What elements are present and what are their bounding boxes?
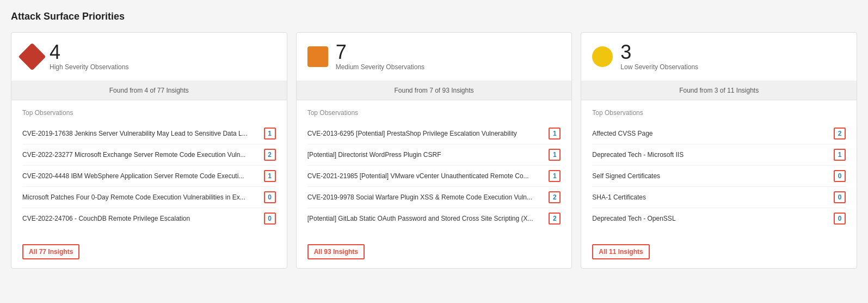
low-top-observations-label: Top Observations [592,109,846,117]
low-count: 3 [620,43,698,62]
observation-badge: 0 [834,170,846,182]
list-item[interactable]: CVE-2022-24706 - CouchDB Remote Privileg… [22,208,276,229]
cards-container: 4High Severity ObservationsFound from 4 … [11,32,857,269]
medium-found-bar: Found from 7 of 93 Insights [297,81,572,100]
high-count: 4 [50,43,128,62]
medium-count: 7 [336,43,424,62]
observation-text: Deprecated Tech - Microsoft IIS [592,151,829,159]
low-severity-label: Low Severity Observations [620,63,698,71]
low-insights-link[interactable]: All 11 Insights [592,244,649,259]
medium-observation-list: CVE-2013-6295 [Potential] PrestaShop Pri… [307,123,561,229]
observation-badge: 2 [264,149,276,161]
observation-badge: 1 [834,149,846,161]
list-item[interactable]: Affected CVSS Page2 [592,123,846,144]
observation-badge: 1 [549,149,561,161]
medium-top-observations-label: Top Observations [307,109,561,117]
observation-text: CVE-2022-24706 - CouchDB Remote Privileg… [22,215,260,222]
card-high: 4High Severity ObservationsFound from 4 … [11,32,287,269]
observation-badge: 2 [549,191,561,203]
observation-badge: 0 [834,191,846,203]
card-header-medium: 7Medium Severity Observations [297,33,572,81]
observation-badge: 2 [834,128,846,140]
observation-text: CVE-2019-17638 Jenkins Server Vulnerabil… [22,130,260,137]
observation-text: [Potential] Directorist WordPress Plugin… [307,151,545,159]
low-found-bar: Found from 3 of 11 Insights [581,81,857,100]
observation-text: [Potential] GitLab Static OAuth Password… [307,215,545,222]
list-item[interactable]: Self Signed Certificates0 [592,166,846,187]
high-top-observations-label: Top Observations [22,109,276,117]
list-item[interactable]: CVE-2022-23277 Microsoft Exchange Server… [22,144,276,166]
list-item[interactable]: CVE-2021-21985 [Potential] VMware vCente… [307,166,561,187]
observation-badge: 0 [834,213,846,225]
observation-text: SHA-1 Certificates [592,193,829,201]
observation-badge: 0 [264,213,276,225]
high-found-bar: Found from 4 of 77 Insights [11,81,287,100]
list-item[interactable]: Deprecated Tech - Microsoft IIS1 [592,144,846,166]
card-header-low: 3Low Severity Observations [581,33,857,81]
observation-text: Deprecated Tech - OpenSSL [592,215,829,222]
observation-badge: 1 [549,128,561,140]
observation-badge: 0 [264,191,276,203]
medium-severity-icon [307,46,328,67]
card-low: 3Low Severity ObservationsFound from 3 o… [581,32,857,269]
observation-text: CVE-2020-4448 IBM WebSphere Application … [22,172,260,180]
high-severity-label: High Severity Observations [50,63,128,71]
low-observation-list: Affected CVSS Page2Deprecated Tech - Mic… [592,123,846,229]
medium-insights-link[interactable]: All 93 Insights [307,244,365,259]
high-observation-list: CVE-2019-17638 Jenkins Server Vulnerabil… [22,123,276,229]
low-severity-icon [592,46,613,67]
medium-severity-label: Medium Severity Observations [336,63,424,71]
list-item[interactable]: CVE-2013-6295 [Potential] PrestaShop Pri… [307,123,561,144]
page-title: Attack Surface Priorities [11,11,857,22]
list-item[interactable]: CVE-2019-17638 Jenkins Server Vulnerabil… [22,123,276,144]
observation-text: CVE-2022-23277 Microsoft Exchange Server… [22,151,260,159]
observation-text: CVE-2021-21985 [Potential] VMware vCente… [307,172,545,180]
observation-badge: 1 [549,170,561,182]
observation-text: Self Signed Certificates [592,172,829,180]
observation-badge: 1 [264,128,276,140]
list-item[interactable]: CVE-2019-9978 Social Warfare Plugin XSS … [307,187,561,208]
list-item[interactable]: [Potential] Directorist WordPress Plugin… [307,144,561,166]
list-item[interactable]: CVE-2020-4448 IBM WebSphere Application … [22,166,276,187]
list-item[interactable]: Deprecated Tech - OpenSSL0 [592,208,846,229]
observation-text: Affected CVSS Page [592,130,829,137]
observation-badge: 2 [549,213,561,225]
observation-badge: 1 [264,170,276,182]
list-item[interactable]: Microsoft Patches Four 0-Day Remote Code… [22,187,276,208]
card-header-high: 4High Severity Observations [11,33,287,81]
observation-text: Microsoft Patches Four 0-Day Remote Code… [22,193,260,201]
list-item[interactable]: SHA-1 Certificates0 [592,187,846,208]
list-item[interactable]: [Potential] GitLab Static OAuth Password… [307,208,561,229]
observation-text: CVE-2013-6295 [Potential] PrestaShop Pri… [307,130,545,137]
observation-text: CVE-2019-9978 Social Warfare Plugin XSS … [307,193,545,201]
high-severity-icon [19,43,46,71]
high-insights-link[interactable]: All 77 Insights [22,244,79,259]
card-medium: 7Medium Severity ObservationsFound from … [296,32,572,269]
